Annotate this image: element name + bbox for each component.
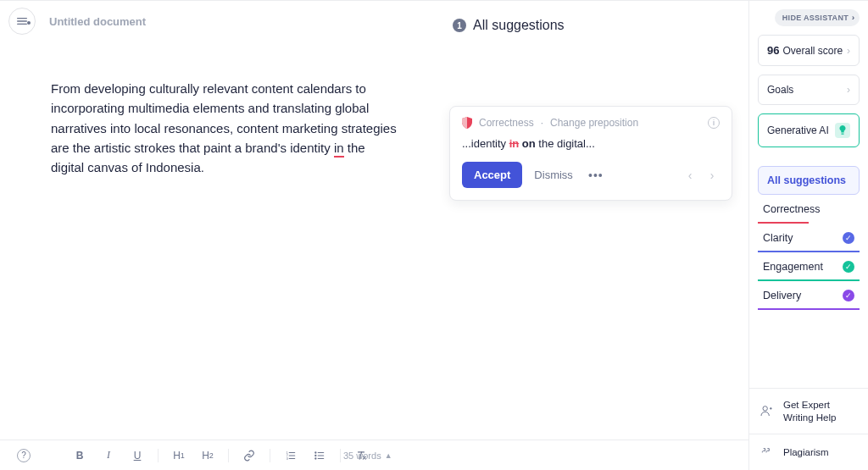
hide-assistant-label: HIDE ASSISTANT xyxy=(782,14,849,22)
separator: · xyxy=(541,117,543,129)
document-title[interactable]: Untitled document xyxy=(49,15,146,28)
category-correctness[interactable]: Correctness xyxy=(758,195,860,224)
category-label: Engagement xyxy=(763,261,823,273)
plagiarism-label: Plagiarism xyxy=(783,447,829,457)
suggestions-header-label: All suggestions xyxy=(473,18,565,33)
svg-point-14 xyxy=(315,457,316,458)
link-button[interactable] xyxy=(239,445,259,466)
category-list: All suggestions Correctness Clarity ✓ En… xyxy=(758,166,860,310)
plagiarism-button[interactable]: Plagiarism xyxy=(749,434,868,470)
chevron-up-icon: ▲ xyxy=(385,451,392,460)
bullet-list-button[interactable] xyxy=(309,445,330,466)
help-button[interactable]: ? xyxy=(14,445,34,466)
chevron-right-icon: › xyxy=(847,84,850,96)
suggestion-card: Correctness · Change preposition i ...id… xyxy=(449,106,732,201)
shield-icon xyxy=(462,117,472,129)
category-all-suggestions[interactable]: All suggestions xyxy=(758,166,860,195)
chevron-right-icon: › xyxy=(847,45,850,57)
goals-card[interactable]: Goals › xyxy=(758,75,860,105)
overall-score-card[interactable]: 96 Overall score › xyxy=(758,35,860,66)
overall-score-label: Overall score xyxy=(782,45,843,57)
h2-button[interactable]: H2 xyxy=(198,445,218,466)
more-button[interactable]: ••• xyxy=(585,164,607,186)
category-label: Correctness xyxy=(763,203,820,215)
underline-button[interactable]: U xyxy=(127,445,147,466)
dismiss-button[interactable]: Dismiss xyxy=(529,162,578,188)
category-label: All suggestions xyxy=(767,174,846,186)
suggestion-rule-label: Change preposition xyxy=(550,117,638,129)
h1-button[interactable]: H1 xyxy=(169,445,189,466)
quote-icon xyxy=(760,445,775,460)
editor-body[interactable]: From developing culturally relevant cont… xyxy=(0,41,400,177)
word-count-label: 35 words xyxy=(343,451,381,461)
svg-rect-15 xyxy=(841,133,843,134)
diff-before: ...identity xyxy=(462,137,509,150)
numbered-list-button[interactable]: 123 xyxy=(281,445,301,466)
generative-ai-card[interactable]: Generative AI xyxy=(758,113,860,147)
italic-button[interactable]: I xyxy=(98,445,119,466)
goals-label: Goals xyxy=(767,84,793,96)
category-clarity[interactable]: Clarity ✓ xyxy=(758,224,860,252)
lightbulb-icon xyxy=(835,123,850,138)
suggestion-nav: ‹ › xyxy=(682,169,720,182)
sidebar-bottom: Get Expert Writing Help Plagiarism xyxy=(749,388,868,470)
suggestion-diff: ...identity in on the digital... xyxy=(450,134,732,162)
menu-button[interactable] xyxy=(8,8,36,35)
diff-after: the digital... xyxy=(536,137,595,150)
info-icon[interactable]: i xyxy=(708,117,720,129)
check-icon: ✓ xyxy=(843,232,854,244)
check-icon: ✓ xyxy=(843,261,854,273)
suggestion-card-header: Correctness · Change preposition i xyxy=(450,107,732,134)
svg-point-12 xyxy=(315,451,316,452)
svg-point-16 xyxy=(763,406,767,410)
prev-suggestion-button[interactable]: ‹ xyxy=(682,169,698,182)
main-column: Untitled document 1 All suggestions From… xyxy=(0,0,749,470)
diff-strike: in xyxy=(509,137,520,150)
next-suggestion-button[interactable]: › xyxy=(704,169,720,182)
category-label: Clarity xyxy=(763,232,793,244)
expert-help-line2: Writing Help xyxy=(783,412,836,423)
svg-point-13 xyxy=(315,455,316,456)
accept-button[interactable]: Accept xyxy=(462,162,522,188)
bottom-toolbar: ? B I U H1 H2 123 35 words xyxy=(0,440,748,470)
suggestion-actions: Accept Dismiss ••• ‹ › xyxy=(450,162,732,200)
overall-score-number: 96 xyxy=(767,44,779,57)
hide-assistant-button[interactable]: HIDE ASSISTANT ›› xyxy=(775,9,860,26)
assistant-sidebar: HIDE ASSISTANT ›› 96 Overall score › Goa… xyxy=(749,0,868,470)
suggestions-count-badge: 1 xyxy=(453,19,466,32)
category-engagement[interactable]: Engagement ✓ xyxy=(758,252,860,281)
generative-ai-label: Generative AI xyxy=(767,124,829,136)
top-bar: Untitled document 1 All suggestions xyxy=(0,1,748,41)
category-label: Delivery xyxy=(763,290,801,301)
expert-help-line1: Get Expert xyxy=(783,399,836,411)
word-count[interactable]: 35 words ▲ xyxy=(343,451,392,461)
svg-text:3: 3 xyxy=(287,456,288,460)
bold-button[interactable]: B xyxy=(70,445,90,466)
suggestion-category-label: Correctness xyxy=(479,117,534,129)
diff-replacement: on xyxy=(522,137,536,150)
check-icon: ✓ xyxy=(843,290,854,301)
expert-help-button[interactable]: Get Expert Writing Help xyxy=(749,389,868,434)
person-icon xyxy=(760,404,775,419)
suggestions-header: 1 All suggestions xyxy=(453,18,565,33)
editor-error-word[interactable]: in xyxy=(334,141,344,158)
category-delivery[interactable]: Delivery ✓ xyxy=(758,281,860,310)
